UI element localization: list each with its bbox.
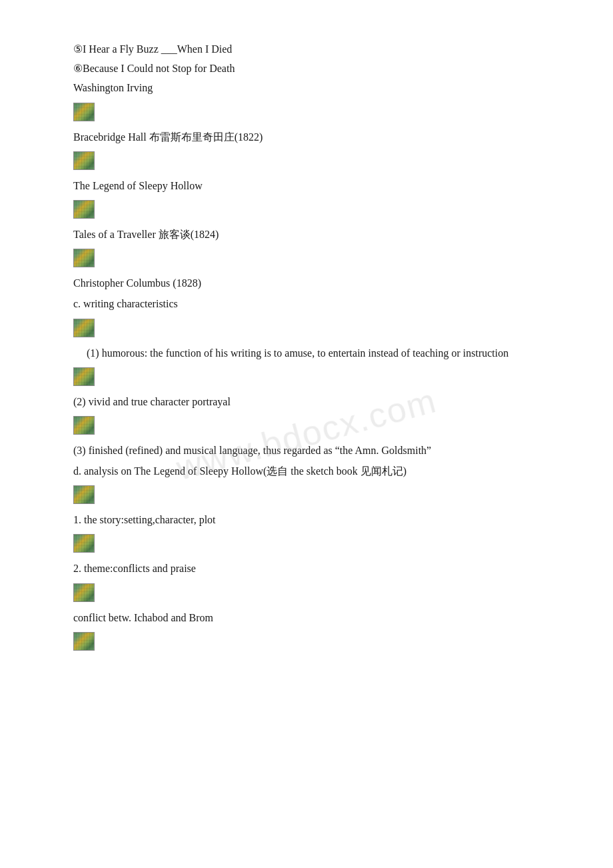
text-tales-traveller: Tales of a Traveller 旅客谈(1824) [73,229,219,240]
text-conflict-ichabod-brom: conflict betw. Ichabod and Brom [73,612,213,623]
icon-item [73,628,560,653]
icon-item [73,147,560,173]
line-item: Tales of a Traveller 旅客谈(1824) [73,225,560,243]
icon-item [73,196,560,221]
text-writing-characteristics: c. writing characteristics [73,298,178,309]
line-item: conflict betw. Ichabod and Brom [73,609,560,627]
main-content: ⑤I Hear a Fly Buzz ___When I Died ⑥Becau… [73,40,560,653]
icon-item [73,245,560,270]
text-analysis-sleepy-hollow: d. analysis on The Legend of Sleepy Holl… [73,465,406,477]
icon-item [73,481,560,507]
icon-item [73,579,560,605]
text-columbus: Christopher Columbus (1828) [73,277,201,289]
icon-item [73,412,560,437]
line-item: d. analysis on The Legend of Sleepy Holl… [73,462,560,480]
line-item: (2) vivid and true character portrayal [73,393,560,411]
text-theme-conflicts: 2. theme:conflicts and praise [73,563,196,574]
icon-item [73,363,560,389]
text-finished-language: (3) finished (refined) and musical langu… [73,445,431,456]
line-item: ⑥Because I Could not Stop for Death [73,59,560,77]
text-washington-irving: Washington Irving [73,82,153,93]
line-item: 2. theme:conflicts and praise [73,559,560,577]
line-item: c. writing characteristics [73,295,560,313]
icon-item [73,99,560,124]
text-item-2: ⑥Because I Could not Stop for Death [73,63,235,74]
line-item: Washington Irving [73,79,560,97]
text-vivid: (2) vivid and true character portrayal [73,396,231,407]
icon-item [73,315,560,340]
icon-item [73,530,560,555]
line-item: The Legend of Sleepy Hollow [73,177,560,195]
line-item: 1. the story:setting,character, plot [73,511,560,529]
text-humorous: (1) humorous: the function of his writin… [87,347,508,359]
text-bracebridge: Bracebridge Hall 布雷斯布里奇田庄(1822) [73,131,263,143]
line-item: (1) humorous: the function of his writin… [73,344,560,362]
text-sleepy-hollow: The Legend of Sleepy Hollow [73,180,203,191]
text-item-1: ⑤I Hear a Fly Buzz ___When I Died [73,43,232,55]
line-item: ⑤I Hear a Fly Buzz ___When I Died [73,40,560,58]
line-item: Christopher Columbus (1828) [73,274,560,292]
line-item: Bracebridge Hall 布雷斯布里奇田庄(1822) [73,128,560,146]
text-story-setting: 1. the story:setting,character, plot [73,514,216,525]
line-item: (3) finished (refined) and musical langu… [73,441,560,459]
